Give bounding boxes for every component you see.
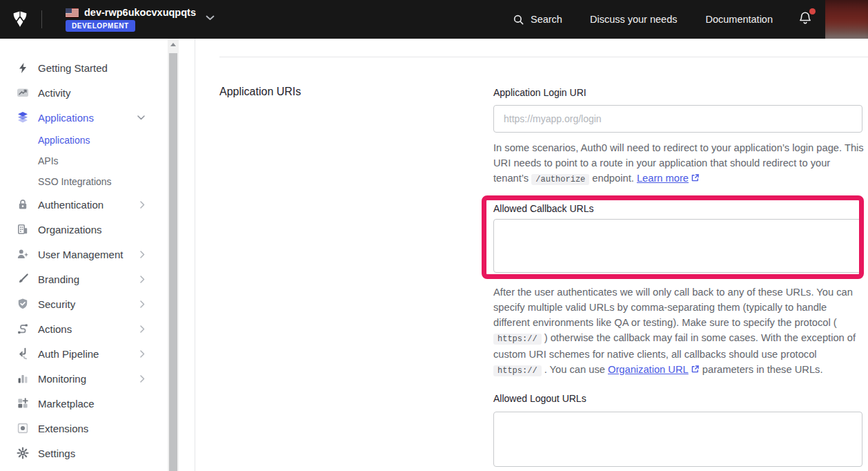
documentation-link[interactable]: Documentation bbox=[705, 14, 773, 25]
gear-icon bbox=[17, 447, 29, 459]
sidebar-item-extensions[interactable]: Extensions bbox=[0, 416, 160, 441]
application-login-uri-label: Application Login URI bbox=[493, 87, 862, 98]
allowed-logout-urls-label: Allowed Logout URLs bbox=[493, 393, 862, 404]
lock-icon bbox=[17, 198, 29, 211]
sidebar-item-actions[interactable]: Actions bbox=[0, 316, 160, 341]
allowed-callback-urls-textarea[interactable] bbox=[493, 219, 862, 273]
sidebar-item-activity[interactable]: Activity bbox=[0, 80, 160, 105]
notifications-button[interactable] bbox=[798, 10, 814, 28]
tenant-switcher[interactable]: dev-rwp6ukocvxuqpqts DEVELOPMENT bbox=[66, 7, 196, 32]
sidebar-item-marketplace[interactable]: Marketplace bbox=[0, 391, 160, 416]
sidebar: Getting Started Activity Applications Ap… bbox=[0, 39, 195, 471]
sidebar-subitem-applications[interactable]: Applications bbox=[0, 130, 160, 151]
auth0-logo[interactable] bbox=[10, 9, 31, 30]
discuss-your-needs-link[interactable]: Discuss your needs bbox=[590, 14, 678, 25]
auth0-shield-icon bbox=[10, 10, 30, 29]
allowed-logout-urls-textarea[interactable] bbox=[493, 412, 862, 467]
section-divider bbox=[219, 57, 868, 57]
bar-chart-icon bbox=[17, 372, 29, 385]
sidebar-item-organizations[interactable]: Organizations bbox=[0, 217, 160, 242]
sidebar-item-auth-pipeline[interactable]: Auth Pipeline bbox=[0, 341, 160, 366]
chevron-right-icon bbox=[140, 350, 145, 358]
building-icon bbox=[17, 223, 29, 236]
layers-icon bbox=[17, 111, 29, 124]
https-code-chip: https:// bbox=[493, 334, 542, 345]
environment-badge: DEVELOPMENT bbox=[66, 20, 135, 32]
flow-icon bbox=[17, 323, 29, 335]
us-flag-icon bbox=[66, 8, 79, 17]
scrollbar-up-arrow-icon[interactable] bbox=[168, 39, 179, 50]
user-avatar[interactable] bbox=[825, 0, 868, 39]
header-divider bbox=[41, 10, 42, 28]
chevron-down-icon[interactable] bbox=[206, 11, 215, 23]
top-header: dev-rwp6ukocvxuqpqts DEVELOPMENT Search … bbox=[0, 0, 868, 39]
tenant-name: dev-rwp6ukocvxuqpqts bbox=[84, 7, 196, 18]
avatar-image bbox=[825, 0, 868, 39]
chevron-right-icon bbox=[140, 325, 145, 333]
grid-plus-icon bbox=[17, 397, 29, 410]
shield-check-icon bbox=[17, 298, 29, 310]
application-login-uri-input[interactable] bbox=[493, 105, 862, 133]
paintbrush-icon bbox=[17, 273, 29, 285]
chevron-right-icon bbox=[140, 300, 145, 308]
activity-chart-icon bbox=[17, 86, 29, 99]
pipeline-arrow-icon bbox=[17, 347, 29, 360]
chevron-down-icon bbox=[137, 115, 145, 120]
sidebar-scrollbar[interactable] bbox=[168, 39, 179, 471]
login-uri-help-text: In some scenarios, Auth0 will need to re… bbox=[493, 140, 866, 187]
external-link-icon bbox=[691, 363, 700, 378]
lightning-icon bbox=[17, 61, 29, 74]
sidebar-item-monitoring[interactable]: Monitoring bbox=[0, 366, 160, 391]
page-section-title: Application URIs bbox=[219, 86, 301, 98]
sidebar-item-applications[interactable]: Applications bbox=[0, 105, 160, 130]
sidebar-item-authentication[interactable]: Authentication bbox=[0, 192, 160, 217]
extension-icon bbox=[17, 422, 29, 434]
sidebar-item-settings[interactable]: Settings bbox=[0, 441, 160, 465]
sidebar-subitem-sso-integrations[interactable]: SSO Integrations bbox=[0, 171, 160, 192]
notification-dot bbox=[809, 8, 816, 15]
authorize-code-chip: /authorize bbox=[531, 174, 589, 185]
chevron-right-icon bbox=[140, 201, 145, 209]
callback-urls-help-text: After the user authenticates we will onl… bbox=[493, 285, 866, 378]
sidebar-item-getting-started[interactable]: Getting Started bbox=[0, 55, 160, 80]
learn-more-link[interactable]: Learn more bbox=[637, 173, 689, 184]
search-button[interactable]: Search bbox=[513, 14, 562, 26]
external-link-icon bbox=[691, 171, 700, 186]
chevron-right-icon bbox=[140, 251, 145, 258]
scrollbar-thumb[interactable] bbox=[169, 53, 177, 471]
chevron-right-icon bbox=[140, 375, 145, 383]
sidebar-item-security[interactable]: Security bbox=[0, 291, 160, 316]
sidebar-subitem-apis[interactable]: APIs bbox=[0, 151, 160, 171]
allowed-callback-urls-label: Allowed Callback URLs bbox=[493, 203, 862, 214]
organization-url-link[interactable]: Organization URL bbox=[608, 364, 689, 375]
sidebar-item-branding[interactable]: Branding bbox=[0, 267, 160, 291]
search-icon bbox=[513, 14, 524, 26]
chevron-right-icon bbox=[140, 276, 145, 283]
user-gear-icon bbox=[17, 248, 29, 260]
main-content: Application URIs Application Login URI I… bbox=[195, 39, 868, 471]
search-label: Search bbox=[531, 14, 562, 25]
https-code-chip: https:// bbox=[493, 365, 542, 376]
sidebar-item-user-management[interactable]: User Management bbox=[0, 242, 160, 267]
